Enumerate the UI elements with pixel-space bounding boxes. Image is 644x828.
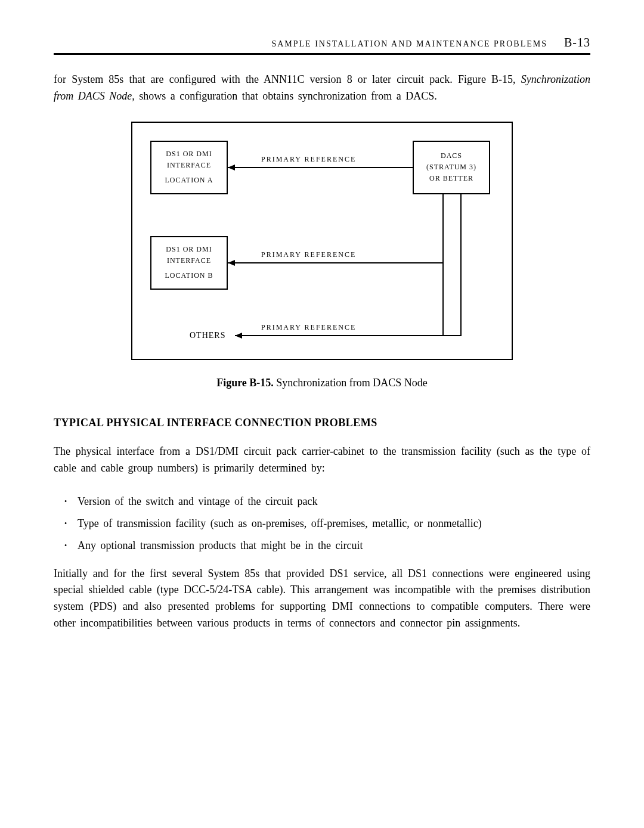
line-dacs-to-a	[228, 167, 413, 168]
bullet-3: Any optional transmission products that …	[64, 538, 590, 554]
others-label: OTHERS	[190, 331, 225, 340]
bullet-list: Version of the switch and vintage of the…	[64, 494, 590, 554]
intro-rest: shows a configuration that obtains synch…	[135, 90, 437, 102]
line-to-others	[235, 335, 462, 336]
header-rule	[54, 53, 590, 55]
boxB-l2: INTERFACE	[167, 255, 211, 266]
bullet-2: Type of transmission facility (such as o…	[64, 516, 590, 532]
boxA-l2: INTERFACE	[167, 160, 211, 171]
figure-container: DS1 OR DMI INTERFACE LOCATION A DACS (ST…	[54, 122, 590, 360]
arrow-to-others-icon	[235, 333, 242, 339]
figure-b15: DS1 OR DMI INTERFACE LOCATION A DACS (ST…	[131, 122, 513, 360]
dacs-l2: (STRATUM 3)	[426, 162, 476, 173]
arrow-to-a-icon	[228, 165, 235, 170]
page-number: B-13	[564, 36, 590, 49]
dacs-l1: DACS	[441, 150, 462, 162]
boxA-l3: LOCATION A	[165, 175, 213, 186]
intro-paragraph: for System 85s that are configured with …	[54, 72, 590, 105]
boxB-l1: DS1 OR DMI	[166, 244, 212, 255]
header-title: SAMPLE INSTALLATION AND MAINTENANCE PROB…	[271, 39, 547, 49]
primary-ref-label-2: PRIMARY REFERENCE	[261, 250, 356, 259]
dacs-l3: OR BETTER	[429, 173, 473, 184]
intro-line1: for System 85s that are configured with …	[54, 73, 516, 85]
line-trunk-right	[460, 194, 462, 336]
line-trunk-left	[442, 194, 444, 336]
primary-ref-label-3: PRIMARY REFERENCE	[261, 323, 356, 332]
box-location-b: DS1 OR DMI INTERFACE LOCATION B	[150, 236, 228, 290]
caption-rest: Synchronization from DACS Node	[274, 377, 428, 389]
page-header: SAMPLE INSTALLATION AND MAINTENANCE PROB…	[54, 36, 590, 49]
bullet-1: Version of the switch and vintage of the…	[64, 494, 590, 510]
figure-caption: Figure B-15. Synchronization from DACS N…	[54, 377, 590, 389]
box-dacs: DACS (STRATUM 3) OR BETTER	[413, 141, 490, 194]
para-initially: Initially and for the first several Syst…	[54, 566, 590, 632]
section-heading: TYPICAL PHYSICAL INTERFACE CONNECTION PR…	[54, 417, 590, 429]
box-location-a: DS1 OR DMI INTERFACE LOCATION A	[150, 141, 228, 194]
para-physical-interface: The physical interface from a DS1/DMI ci…	[54, 444, 590, 477]
caption-bold: Figure B-15.	[216, 377, 274, 389]
boxB-l3: LOCATION B	[165, 270, 213, 281]
boxA-l1: DS1 OR DMI	[166, 148, 212, 160]
primary-ref-label-1: PRIMARY REFERENCE	[261, 155, 356, 164]
line-to-b	[228, 262, 444, 263]
arrow-to-b-icon	[228, 260, 235, 266]
